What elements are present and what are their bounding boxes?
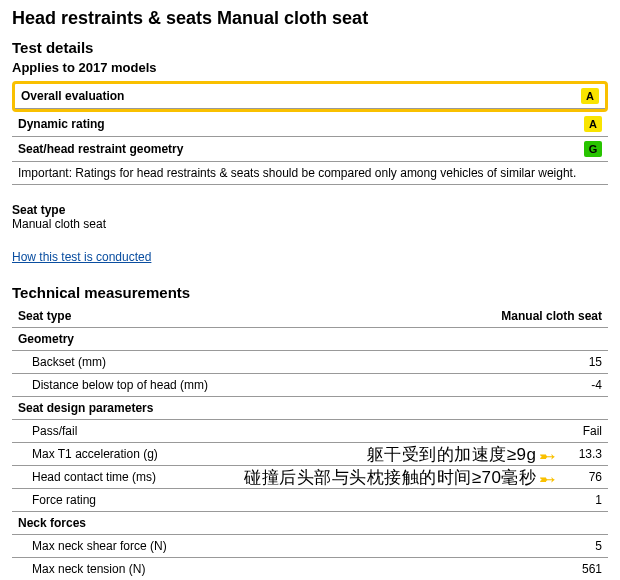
applies-text: Applies to 2017 models — [12, 60, 608, 75]
backset-value: 15 — [488, 351, 608, 374]
geometry-rating-label: Seat/head restraint geometry — [12, 137, 522, 162]
seat-type-block: Seat type Manual cloth seat — [12, 203, 608, 231]
shear-value: 5 — [488, 535, 608, 558]
page-title: Head restraints & seats Manual cloth sea… — [12, 8, 608, 29]
distance-label: Distance below top of head (mm) — [12, 374, 488, 397]
shear-label: Max neck shear force (N) — [12, 535, 488, 558]
accel-annotation: 躯干受到的加速度≥9g➸ — [367, 443, 556, 468]
dynamic-rating-badge: A — [584, 116, 602, 132]
passfail-value: Fail — [488, 420, 608, 443]
tech-col-seat-type: Seat type — [12, 305, 488, 328]
force-value: 1 — [488, 489, 608, 512]
overall-eval-row: Overall evaluation A — [15, 84, 605, 109]
design-params-header: Seat design parameters — [12, 397, 608, 420]
seat-type-value: Manual cloth seat — [12, 217, 608, 231]
neck-forces-header: Neck forces — [12, 512, 608, 535]
seat-type-label: Seat type — [12, 203, 608, 217]
contact-annotation: 碰撞后头部与头枕接触的时间≥70毫秒➸ — [244, 466, 556, 491]
overall-eval-badge: A — [581, 88, 599, 104]
technical-measurements-title: Technical measurements — [12, 284, 608, 301]
arrow-icon: ➸ — [539, 444, 557, 468]
force-label: Force rating — [12, 489, 488, 512]
tension-value: 561 — [488, 558, 608, 581]
backset-label: Backset (mm) — [12, 351, 488, 374]
tech-col-seat-value: Manual cloth seat — [488, 305, 608, 328]
geometry-header: Geometry — [12, 328, 608, 351]
technical-measurements-table: Seat type Manual cloth seat Geometry Bac… — [12, 305, 608, 580]
arrow-icon: ➸ — [539, 467, 557, 491]
passfail-label: Pass/fail — [12, 420, 488, 443]
section-title: Test details — [12, 39, 608, 56]
tension-label: Max neck tension (N) — [12, 558, 488, 581]
how-test-conducted-link[interactable]: How this test is conducted — [12, 250, 151, 264]
important-note: Important: Ratings for head restraints &… — [12, 162, 608, 185]
distance-value: -4 — [488, 374, 608, 397]
dynamic-rating-label: Dynamic rating — [12, 112, 522, 137]
overall-eval-label: Overall evaluation — [15, 84, 483, 109]
overall-evaluation-box: Overall evaluation A — [12, 81, 608, 112]
dynamic-rating-row: Dynamic rating A — [12, 112, 608, 137]
geometry-rating-badge: G — [584, 141, 602, 157]
geometry-rating-row: Seat/head restraint geometry G — [12, 137, 608, 162]
